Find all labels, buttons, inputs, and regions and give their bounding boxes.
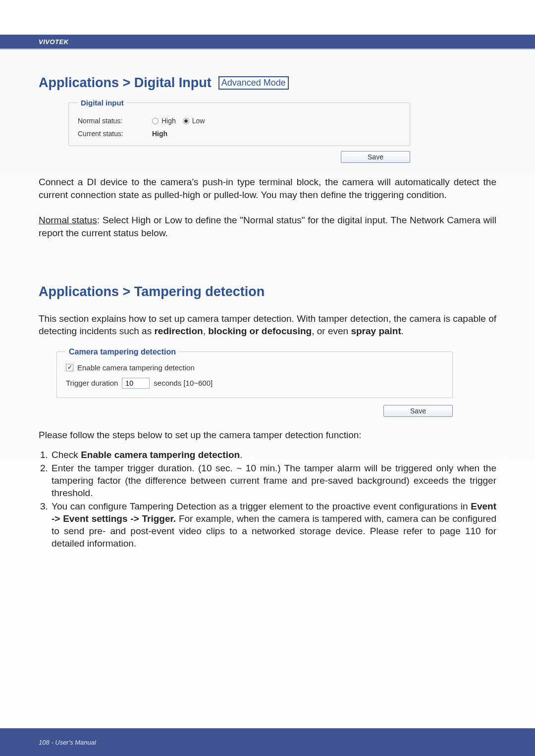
step1-c: . — [240, 450, 242, 460]
intro-b3: spray paint — [351, 326, 401, 336]
normal-status-label: Normal status: — [78, 117, 152, 125]
brand-text: VIVOTEK — [39, 38, 69, 46]
trigger-duration-label: Trigger duration — [66, 379, 118, 387]
radio-high-wrap[interactable]: High — [152, 117, 176, 125]
current-status-label: Current status: — [78, 130, 152, 138]
step1-a: Check — [52, 450, 81, 460]
current-status-row: Current status: High — [78, 130, 401, 138]
footer-text: 108 - User's Manual — [39, 739, 96, 746]
radio-low-wrap[interactable]: Low — [183, 117, 205, 125]
brand-bar: VIVOTEK — [0, 35, 535, 49]
enable-tampering-label: Enable camera tampering detection — [77, 363, 195, 372]
tampering-legend: Camera tampering detection — [66, 348, 179, 356]
step-1: Check Enable camera tampering detection. — [51, 449, 496, 461]
section1-para2: Normal status: Select High or Low to def… — [39, 214, 496, 239]
step3-a: You can configure Tampering Detection as… — [52, 501, 471, 511]
section2-intro: This section explains how to set up came… — [39, 312, 496, 338]
trigger-duration-suffix: seconds [10~600] — [154, 379, 213, 387]
step1-b: Enable camera tampering detection — [81, 450, 240, 460]
normal-status-underline: Normal status — [39, 215, 97, 225]
digital-input-legend: Digital input — [78, 99, 127, 107]
section2-title: Applications > Tampering detection — [39, 284, 496, 300]
intro-end: . — [401, 326, 404, 336]
intro-sep2: , or even — [312, 326, 351, 336]
trigger-duration-input[interactable] — [122, 378, 150, 389]
trigger-duration-row: Trigger duration seconds [10~600] — [66, 378, 443, 389]
tampering-panel: Camera tampering detection ✓ Enable came… — [56, 348, 453, 398]
radio-high-label: High — [161, 117, 176, 125]
enable-tampering-checkbox[interactable]: ✓ — [66, 364, 73, 371]
digital-input-panel: Digital input Normal status: High Low Cu… — [68, 99, 410, 146]
radio-high[interactable] — [152, 118, 159, 124]
normal-status-rest: : Select High or Low to define the "Norm… — [39, 215, 496, 238]
intro-b1: redirection — [154, 326, 203, 336]
step-2: Enter the tamper trigger duration. (10 s… — [51, 462, 496, 499]
breadcrumb-text: Applications > Digital Input — [39, 75, 212, 91]
enable-tampering-row[interactable]: ✓ Enable camera tampering detection — [66, 363, 443, 372]
steps-intro: Please follow the steps below to set up … — [39, 430, 496, 441]
step-3: You can configure Tampering Detection as… — [51, 500, 496, 550]
section1-para1: Connect a DI device to the camera's push… — [39, 176, 496, 201]
section1-title: Applications > Digital Input Advanced Mo… — [39, 75, 496, 91]
advanced-mode-badge: Advanced Mode — [218, 76, 289, 90]
normal-status-row: Normal status: High Low — [78, 117, 401, 125]
intro-sep1: , — [203, 326, 209, 336]
current-status-value: High — [152, 130, 167, 138]
steps-list: Check Enable camera tampering detection.… — [39, 449, 496, 550]
radio-low-label: Low — [192, 117, 205, 125]
save-button[interactable]: Save — [341, 151, 410, 163]
radio-low[interactable] — [183, 118, 189, 124]
save-button-2[interactable]: Save — [383, 405, 453, 417]
intro-b2: blocking or defocusing — [208, 326, 312, 336]
footer: 108 - User's Manual — [0, 728, 535, 756]
